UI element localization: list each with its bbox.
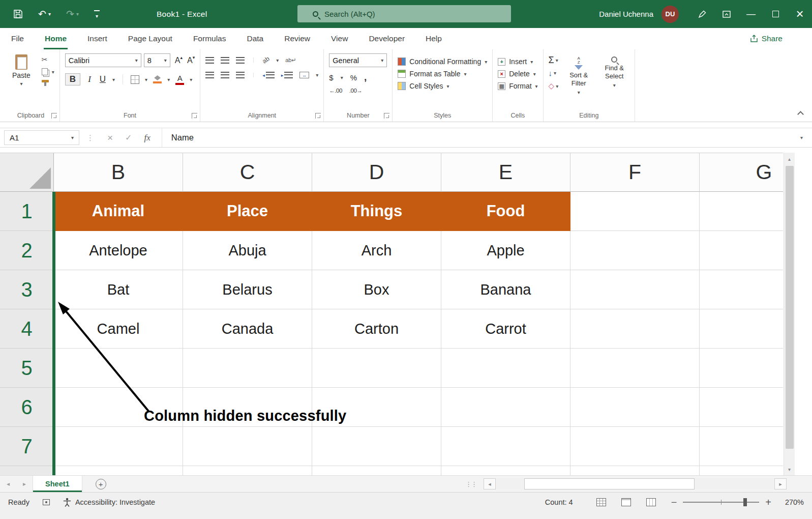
cell-C2[interactable]: Abuja	[183, 231, 312, 270]
close-button[interactable]: ×	[788, 0, 812, 28]
bold-button[interactable]: B	[65, 73, 80, 85]
cell-B7[interactable]	[54, 427, 183, 466]
number-dialog-launcher[interactable]	[384, 113, 389, 119]
cell-D2[interactable]: Arch	[312, 231, 441, 270]
normal-view-icon[interactable]	[596, 498, 606, 506]
row-header-7[interactable]: 7	[0, 427, 54, 466]
avatar[interactable]: DU	[661, 6, 679, 23]
clipboard-dialog-launcher[interactable]	[51, 113, 57, 119]
cell-styles-button[interactable]: Cell Styles▾	[398, 82, 487, 90]
cell-F7[interactable]	[570, 427, 700, 466]
cell-F6[interactable]	[570, 388, 700, 427]
cell-E8[interactable]	[441, 466, 570, 475]
cell-E1[interactable]: Food	[441, 192, 570, 231]
decrease-decimal-button[interactable]: .00→	[349, 88, 363, 94]
zoom-out-icon[interactable]: −	[671, 497, 677, 507]
fill-color-button[interactable]	[153, 75, 162, 83]
cell-F8[interactable]	[570, 466, 700, 475]
zoom-level[interactable]: 270%	[778, 498, 804, 506]
percent-style-button[interactable]: %	[350, 73, 357, 82]
search-input[interactable]: Search (Alt+Q)	[297, 5, 511, 22]
align-bottom-button[interactable]	[236, 57, 245, 64]
clear-button[interactable]: ◇▾	[549, 81, 559, 91]
font-name-combobox[interactable]: Calibri▾	[65, 53, 141, 67]
cell-F3[interactable]	[570, 270, 700, 309]
cell-E4[interactable]: Carrot	[441, 309, 570, 349]
cell-G6[interactable]	[700, 388, 783, 427]
column-header-B[interactable]: B	[54, 153, 183, 192]
pen-appearance-icon[interactable]	[690, 0, 714, 28]
zoom-slider[interactable]	[683, 502, 759, 503]
macro-record-icon[interactable]	[43, 499, 50, 505]
select-all-corner[interactable]	[0, 153, 54, 192]
horizontal-scrollbar-thumb[interactable]	[524, 478, 695, 489]
name-box-splitter[interactable]: ⋮	[86, 133, 94, 142]
new-sheet-button[interactable]: +	[96, 479, 106, 489]
cell-D1[interactable]: Things	[312, 192, 441, 231]
cell-B4[interactable]: Camel	[54, 309, 183, 349]
cell-E5[interactable]	[441, 349, 570, 388]
column-header-C[interactable]: C	[183, 153, 312, 192]
insert-cells-button[interactable]: + Insert▾	[498, 57, 537, 66]
tab-developer[interactable]: Developer	[368, 28, 406, 49]
horizontal-scrollbar-track[interactable]	[496, 478, 774, 489]
accounting-format-button[interactable]: $	[329, 73, 333, 82]
align-right-button[interactable]	[236, 72, 245, 78]
cancel-entry-icon[interactable]: ×	[107, 133, 113, 142]
align-left-button[interactable]	[205, 72, 214, 78]
tab-insert[interactable]: Insert	[86, 28, 108, 49]
font-dialog-launcher[interactable]	[192, 113, 197, 119]
cut-button[interactable]: ✂	[42, 55, 54, 64]
tab-help[interactable]: Help	[425, 28, 443, 49]
column-header-G[interactable]: G	[700, 153, 783, 192]
account-name[interactable]: Daniel Uchenna	[599, 10, 653, 18]
customize-qat-button[interactable]: ▾	[94, 10, 100, 18]
decrease-indent-button[interactable]: ◂	[262, 72, 275, 78]
cell-D5[interactable]	[312, 349, 441, 388]
collapse-ribbon-button[interactable]	[797, 111, 804, 118]
minimize-button[interactable]: —	[739, 0, 763, 28]
row-header-8[interactable]	[0, 466, 54, 475]
format-painter-button[interactable]	[42, 80, 54, 82]
borders-button[interactable]	[131, 75, 139, 84]
cell-G5[interactable]	[700, 349, 783, 388]
paste-button[interactable]: Paste ▾	[7, 53, 36, 88]
cell-C8[interactable]	[183, 466, 312, 475]
wrap-text-button[interactable]: ab↵	[285, 57, 296, 63]
tab-data[interactable]: Data	[246, 28, 264, 49]
undo-button[interactable]: ↶▾	[38, 8, 51, 20]
align-top-button[interactable]	[205, 57, 214, 64]
tab-view[interactable]: View	[330, 28, 349, 49]
row-header-2[interactable]: 2	[0, 231, 54, 270]
font-size-combobox[interactable]: 8▾	[144, 53, 170, 67]
tab-review[interactable]: Review	[283, 28, 311, 49]
merge-center-button[interactable]: ↔	[299, 72, 309, 78]
zoom-slider-thumb[interactable]	[743, 498, 747, 506]
name-box[interactable]: A1▾	[4, 130, 79, 145]
cell-C1[interactable]: Place	[183, 192, 312, 231]
cell-B8[interactable]	[54, 466, 183, 475]
cell-B1[interactable]: Animal	[54, 192, 183, 231]
find-select-button[interactable]: Find & Select▾	[599, 55, 629, 96]
formula-input[interactable]: Name	[162, 128, 800, 147]
share-button[interactable]: Share	[750, 28, 783, 49]
cell-D7[interactable]	[312, 427, 441, 466]
sheet-nav-left-icon[interactable]: ◂	[0, 476, 16, 492]
cell-F5[interactable]	[570, 349, 700, 388]
column-header-D[interactable]: D	[312, 153, 441, 192]
number-format-combobox[interactable]: General▾	[329, 53, 387, 67]
copy-button[interactable]: ▾	[42, 68, 54, 75]
cell-G8[interactable]	[700, 466, 783, 475]
save-icon[interactable]	[13, 9, 23, 19]
count-indicator[interactable]: Count: 4	[545, 498, 573, 506]
format-as-table-button[interactable]: Format as Table▾	[398, 70, 487, 78]
scroll-up-icon[interactable]: ▴	[784, 153, 795, 165]
underline-button[interactable]: U	[99, 74, 107, 85]
alignment-dialog-launcher[interactable]	[315, 113, 321, 119]
increase-decimal-button[interactable]: ←.00	[329, 88, 342, 94]
ribbon-display-options-icon[interactable]	[714, 0, 739, 28]
row-header-6[interactable]: 6	[0, 388, 54, 427]
scroll-right-icon[interactable]: ▸	[774, 478, 787, 489]
vertical-scrollbar-thumb[interactable]	[786, 166, 794, 449]
orientation-button[interactable]: ab	[261, 55, 270, 65]
